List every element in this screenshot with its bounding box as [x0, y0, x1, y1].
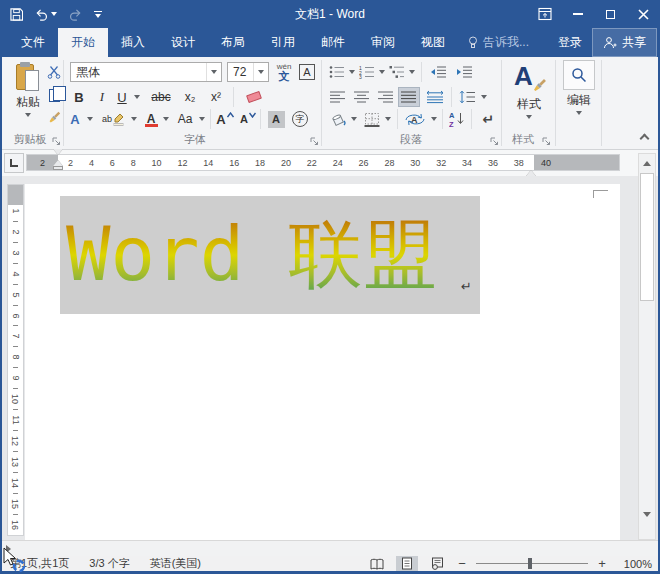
font-size-combo[interactable]: 72	[227, 62, 269, 82]
zoom-in-button[interactable]: +	[596, 556, 608, 571]
styles-dropdown-caret[interactable]	[526, 115, 532, 119]
multilevel-dropdown[interactable]	[406, 62, 417, 82]
selected-text-block[interactable]: Word 联盟 ↵	[60, 196, 480, 314]
line-spacing-button[interactable]	[456, 87, 478, 107]
tab-mailings[interactable]: 邮件	[308, 28, 358, 57]
distribute-button[interactable]	[424, 87, 446, 107]
sign-in-button[interactable]: 登录	[548, 28, 592, 57]
tab-home[interactable]: 开始	[58, 28, 108, 57]
underline-button[interactable]: U	[114, 87, 130, 107]
tab-insert[interactable]: 插入	[108, 28, 158, 57]
numbering-button[interactable]: 123	[358, 62, 376, 82]
read-mode-button[interactable]	[366, 556, 388, 571]
format-painter-button[interactable]	[44, 108, 64, 128]
document-page[interactable]: Word 联盟 ↵	[25, 184, 620, 540]
document-area[interactable]: 12345678910111213141516 Word 联盟 ↵	[0, 176, 660, 540]
bullets-button[interactable]	[328, 62, 346, 82]
strikethrough-button[interactable]: abc	[148, 87, 174, 107]
tell-me-box[interactable]: 告诉我...	[458, 28, 539, 57]
superscript-button[interactable]: x²	[206, 87, 226, 107]
grow-font-button[interactable]: A	[214, 109, 236, 129]
asian-layout-button[interactable]: A	[402, 109, 428, 129]
tab-stop-selector[interactable]	[4, 153, 24, 173]
minimize-button[interactable]	[561, 0, 594, 28]
font-size-dropdown[interactable]	[253, 63, 268, 81]
character-shading-button[interactable]: A	[266, 109, 286, 129]
minimize-icon	[573, 13, 583, 15]
numbering-dropdown[interactable]	[376, 62, 387, 82]
shading-button[interactable]	[328, 109, 348, 129]
font-dialog-launcher[interactable]	[310, 137, 319, 146]
bullets-dropdown[interactable]	[346, 62, 357, 82]
highlight-dropdown[interactable]	[128, 109, 140, 129]
language-status[interactable]: 英语(美国)	[150, 556, 201, 571]
decrease-indent-button[interactable]	[428, 62, 448, 82]
font-color-button[interactable]: A	[142, 109, 160, 129]
styles-button[interactable]: A 样式	[506, 60, 552, 130]
tab-view[interactable]: 视图	[408, 28, 458, 57]
font-color-dropdown[interactable]	[160, 109, 172, 129]
multilevel-list-button[interactable]	[388, 62, 406, 82]
font-name-dropdown[interactable]	[206, 63, 221, 81]
align-center-button[interactable]	[352, 87, 372, 107]
editing-dropdown-caret[interactable]	[576, 111, 582, 115]
text-effects-dropdown[interactable]	[84, 109, 96, 129]
change-case-button[interactable]: Aa	[174, 109, 196, 129]
justify-button[interactable]	[398, 87, 420, 107]
align-left-button[interactable]	[328, 87, 348, 107]
character-border-button[interactable]: A	[297, 62, 317, 82]
increase-indent-button[interactable]	[454, 62, 474, 82]
align-right-button[interactable]	[376, 87, 396, 107]
tab-review[interactable]: 审阅	[358, 28, 408, 57]
editing-button[interactable]: 编辑	[558, 60, 600, 130]
zoom-out-button[interactable]: −	[456, 556, 468, 571]
zoom-slider[interactable]	[476, 556, 588, 571]
change-case-dropdown[interactable]	[196, 109, 208, 129]
shrink-font-button[interactable]: A	[238, 109, 258, 129]
hanging-indent-marker[interactable]	[53, 160, 63, 170]
tab-references[interactable]: 引用	[258, 28, 308, 57]
horizontal-scrollbar[interactable]	[0, 540, 660, 556]
borders-dropdown[interactable]	[382, 109, 393, 129]
zoom-level-label[interactable]: 100%	[616, 558, 652, 570]
enclose-characters-button[interactable]: 字	[290, 109, 310, 129]
line-spacing-dropdown[interactable]	[478, 87, 489, 107]
asian-layout-dropdown[interactable]	[428, 109, 439, 129]
clear-formatting-button[interactable]	[242, 87, 266, 107]
share-button[interactable]: 共享	[592, 28, 657, 57]
web-layout-button[interactable]	[426, 556, 448, 571]
highlight-color-button[interactable]: ab	[100, 109, 126, 129]
print-layout-button[interactable]	[396, 556, 418, 571]
right-indent-marker[interactable]	[526, 160, 536, 170]
close-button[interactable]	[627, 0, 660, 28]
vertical-scroll-thumb[interactable]	[640, 173, 654, 301]
text-effects-button[interactable]: A	[66, 109, 84, 129]
ribbon-display-options-icon[interactable]	[528, 0, 561, 28]
tab-file[interactable]: 文件	[8, 28, 58, 57]
borders-button[interactable]	[362, 109, 382, 129]
styles-dialog-launcher[interactable]	[542, 137, 551, 146]
tab-layout[interactable]: 布局	[208, 28, 258, 57]
scroll-down-button[interactable]	[639, 506, 655, 522]
paste-dropdown-caret[interactable]	[25, 113, 31, 117]
paragraph-dialog-launcher[interactable]	[490, 137, 499, 146]
clipboard-dialog-launcher[interactable]	[52, 137, 61, 146]
cut-button[interactable]	[44, 62, 64, 82]
zoom-slider-thumb[interactable]	[528, 558, 532, 569]
shading-dropdown[interactable]	[348, 109, 359, 129]
italic-button[interactable]: I	[94, 87, 110, 107]
tab-design[interactable]: 设计	[158, 28, 208, 57]
maximize-button[interactable]	[594, 0, 627, 28]
copy-button[interactable]	[44, 85, 64, 105]
phonetic-guide-button[interactable]: wén 文	[273, 60, 295, 84]
sort-button[interactable]: AZ	[447, 109, 467, 129]
show-hide-marks-button[interactable]: ↵	[478, 109, 498, 129]
word-count-status[interactable]: 3/3 个字	[89, 556, 129, 571]
vertical-scrollbar[interactable]	[638, 153, 656, 540]
collapse-ribbon-button[interactable]	[634, 128, 654, 148]
subscript-button[interactable]: x₂	[180, 87, 200, 107]
underline-dropdown[interactable]	[131, 87, 143, 107]
font-name-combo[interactable]: 黑体	[70, 62, 222, 82]
scroll-up-button[interactable]	[639, 155, 655, 171]
bold-button[interactable]: B	[70, 87, 88, 107]
